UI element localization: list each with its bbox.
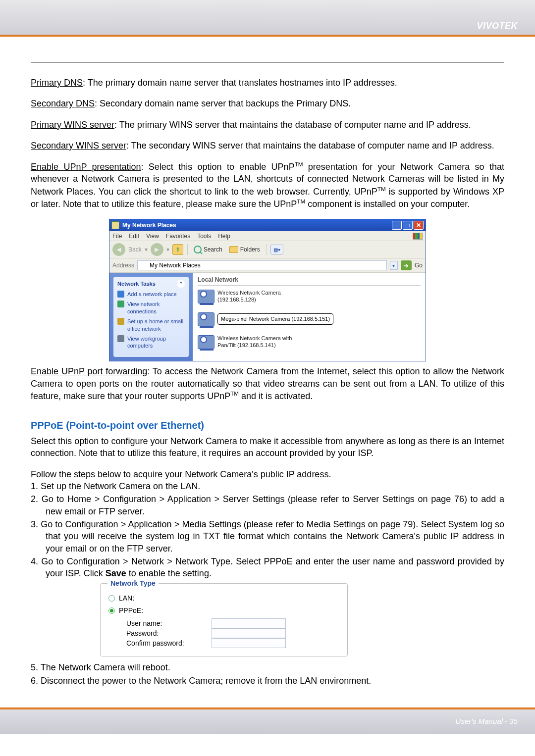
search-icon xyxy=(194,246,202,253)
header-band: VIVOTEK xyxy=(0,0,535,35)
network-type-legend: Network Type xyxy=(107,579,159,588)
secondary-wins-text: : The secondary WINS server that maintai… xyxy=(126,141,494,151)
pppoe-label: PPPoE: xyxy=(119,606,143,615)
pppoe-lead: Follow the steps below to acquire your N… xyxy=(31,468,504,480)
footer-band: User's Manual - 35 xyxy=(0,709,535,734)
upnp-forwarding-term: Enable UPnP port forwarding xyxy=(31,366,147,376)
upnp-presentation-para: Enable UPnP presentation: Select this op… xyxy=(31,160,504,210)
address-bar: Address My Network Places ▾ ➜ Go xyxy=(109,258,426,273)
menu-edit[interactable]: Edit xyxy=(129,232,139,240)
forward-button[interactable]: ► xyxy=(151,243,163,256)
task-add-place[interactable]: Add a network place xyxy=(117,291,185,298)
password-label: Password: xyxy=(126,629,201,638)
window-minimize-button[interactable]: _ xyxy=(392,221,402,230)
username-input[interactable] xyxy=(212,618,286,628)
network-item[interactable]: Wireless Network Camera with Pan/Tilt (1… xyxy=(198,335,312,349)
window-icon xyxy=(111,221,119,229)
pppoe-intro: Select this option to configure your Net… xyxy=(31,435,504,459)
group-header: Local Network xyxy=(198,276,421,285)
back-button[interactable]: ◄ xyxy=(112,243,125,256)
task-view-workgroup[interactable]: View workgroup computers xyxy=(117,335,185,350)
connections-icon xyxy=(117,301,124,307)
primary-dns-term: Primary DNS xyxy=(31,78,83,88)
lan-label: LAN: xyxy=(119,594,134,603)
address-label: Address xyxy=(112,261,134,269)
collapse-icon[interactable]: ⌃ xyxy=(177,280,185,288)
address-icon xyxy=(140,262,147,269)
network-item-callout[interactable]: Mega-pixel Network Camera (192.168.5.151… xyxy=(198,312,333,326)
menu-bar: File Edit View Favorites Tools Help xyxy=(109,231,426,241)
page-content: Primary DNS: The primary domain name ser… xyxy=(0,37,535,707)
step-2: 2. Go to Home > Configuration > Applicat… xyxy=(31,493,504,517)
address-dropdown[interactable]: ▾ xyxy=(390,261,398,270)
secondary-dns-text: : Secondary domain name server that back… xyxy=(95,99,351,108)
lan-radio[interactable] xyxy=(108,595,115,602)
add-place-icon xyxy=(117,291,124,298)
camera-icon xyxy=(198,290,214,303)
step-1: 1. Set up the Network Camera on the LAN. xyxy=(31,480,504,492)
primary-dns-para: Primary DNS: The primary domain name ser… xyxy=(31,77,504,89)
toolbar: ◄ Back ▾ ► ▾ ⬆ Search Folders ▦▾ xyxy=(109,241,426,258)
address-text: My Network Places xyxy=(150,261,201,269)
callout-box: Mega-pixel Network Camera (192.168.5.151… xyxy=(217,313,333,325)
main-panel: Local Network Wireless Network Camera (1… xyxy=(193,273,426,361)
windows-flag-icon xyxy=(413,233,423,240)
secondary-wins-term: Secondary WINS server xyxy=(31,141,126,151)
task-setup-network[interactable]: Set up a home or small office network xyxy=(117,318,185,333)
window-titlebar: My Network Places _ □ ✕ xyxy=(109,219,426,231)
back-label: Back xyxy=(128,246,142,253)
network-places-screenshot: My Network Places _ □ ✕ File Edit View F… xyxy=(109,219,426,361)
confirm-password-input[interactable] xyxy=(212,638,286,648)
camera-icon xyxy=(198,312,214,326)
primary-wins-term: Primary WINS server xyxy=(31,120,114,130)
upnp-presentation-term: Enable UPnP presentation xyxy=(31,162,141,172)
window-title: My Network Places xyxy=(122,221,391,229)
network-type-screenshot: Network Type LAN: PPPoE: User name: Pass… xyxy=(100,583,348,656)
up-button[interactable]: ⬆ xyxy=(172,244,183,255)
folders-button[interactable]: Folders xyxy=(227,245,262,254)
menu-favorites[interactable]: Favorites xyxy=(166,232,190,240)
secondary-dns-para: Secondary DNS: Secondary domain name ser… xyxy=(31,98,504,109)
search-button[interactable]: Search xyxy=(192,245,224,254)
primary-wins-para: Primary WINS server: The primary WINS se… xyxy=(31,119,504,131)
confirm-password-label: Confirm password: xyxy=(126,639,201,648)
task-view-connections[interactable]: View network connections xyxy=(117,301,185,315)
views-button[interactable]: ▦▾ xyxy=(270,245,283,254)
secondary-dns-term: Secondary DNS xyxy=(31,99,95,108)
camera-icon xyxy=(198,335,214,349)
menu-tools[interactable]: Tools xyxy=(197,232,211,240)
window-close-button[interactable]: ✕ xyxy=(414,221,424,230)
username-label: User name: xyxy=(126,619,201,628)
upnp-forwarding-para: Enable UPnP port forwarding: To access t… xyxy=(31,365,504,402)
menu-help[interactable]: Help xyxy=(218,232,230,240)
menu-file[interactable]: File xyxy=(112,232,122,240)
step-3: 3. Go to Configuration > Application > M… xyxy=(31,518,504,554)
secondary-wins-para: Secondary WINS server: The secondary WIN… xyxy=(31,140,504,151)
password-input[interactable] xyxy=(212,628,286,638)
pppoe-radio[interactable] xyxy=(108,607,115,614)
side-panel: Network Tasks ⌃ Add a network place View… xyxy=(109,273,193,361)
go-label: Go xyxy=(415,261,423,269)
workgroup-icon xyxy=(117,335,124,342)
network-item[interactable]: Wireless Network Camera (192.168.5.128) xyxy=(198,290,312,303)
side-panel-header: Network Tasks xyxy=(117,280,156,288)
setup-icon xyxy=(117,318,124,325)
step-5: 5. The Network Camera will reboot. xyxy=(31,661,504,673)
primary-wins-text: : The primary WINS server that maintains… xyxy=(114,120,471,130)
folders-icon xyxy=(229,246,238,253)
window-maximize-button[interactable]: □ xyxy=(403,221,413,230)
step-6: 6. Disconnect the power to the Network C… xyxy=(31,675,504,687)
go-button[interactable]: ➜ xyxy=(401,260,412,270)
brand-logo: VIVOTEK xyxy=(477,20,518,32)
footer-text: User's Manual - 35 xyxy=(456,716,518,726)
primary-dns-text: : The primary domain name server that tr… xyxy=(83,78,397,88)
step-4: 4. Go to Configuration > Network > Netwo… xyxy=(31,555,504,580)
pppoe-heading: PPPoE (Point-to-point over Ethernet) xyxy=(31,419,504,432)
address-input[interactable]: My Network Places xyxy=(137,260,387,270)
menu-view[interactable]: View xyxy=(146,232,159,240)
